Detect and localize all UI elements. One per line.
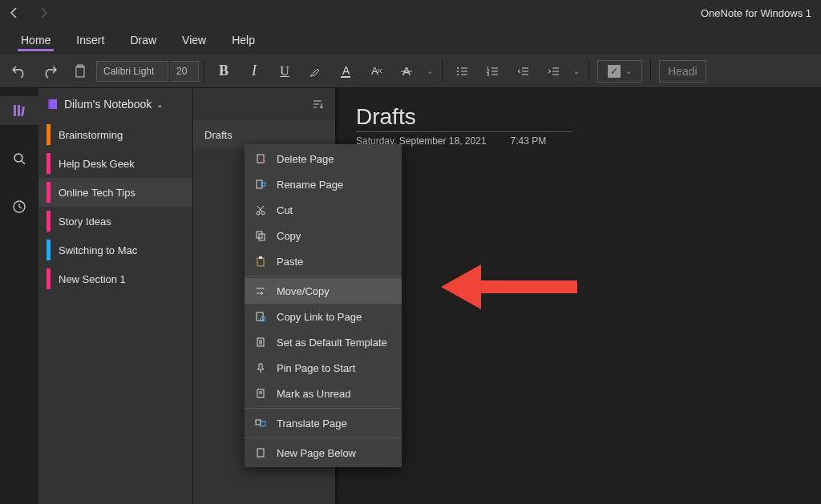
svg-point-9 — [457, 71, 459, 72]
number-list-button[interactable]: 123 — [478, 58, 507, 85]
search-icon[interactable] — [0, 144, 38, 173]
svg-text:A: A — [342, 64, 350, 77]
rename-icon — [254, 178, 267, 191]
page-title[interactable]: Drafts — [356, 104, 572, 132]
bullet-list-button[interactable] — [447, 58, 476, 85]
menu-insert[interactable]: Insert — [63, 29, 117, 51]
strike-button[interactable]: A — [392, 58, 421, 85]
context-menu-item[interactable]: Set as Default Template — [245, 329, 402, 355]
svg-rect-32 — [48, 99, 50, 109]
context-menu-item[interactable]: Copy — [245, 223, 402, 248]
clipboard-button[interactable] — [66, 58, 95, 85]
context-menu-item[interactable]: Translate Page — [245, 410, 402, 436]
bold-button[interactable]: B — [209, 58, 238, 85]
context-menu-label: Rename Page — [277, 179, 343, 191]
section-label: Online Tech Tips — [59, 187, 135, 199]
svg-rect-56 — [257, 449, 264, 457]
separator — [245, 276, 402, 276]
recent-icon[interactable] — [0, 192, 38, 221]
todo-tag-button[interactable]: ✓ ⌄ — [597, 60, 642, 83]
svg-line-29 — [22, 161, 25, 164]
svg-rect-0 — [76, 67, 84, 77]
notebook-icon — [47, 98, 59, 111]
context-menu-item[interactable]: Paste — [245, 248, 402, 274]
context-menu-item[interactable]: Move/Copy — [245, 278, 402, 304]
sections-panel: Dilum's Notebook ⌄ BrainstormingHelp Des… — [38, 88, 192, 504]
svg-rect-26 — [18, 105, 20, 116]
translate-icon — [254, 417, 267, 429]
font-more-dropdown[interactable]: ⌄ — [423, 67, 437, 75]
section-label: Help Desk Geek — [59, 158, 135, 170]
context-menu-item[interactable]: Cut — [245, 197, 402, 223]
redo-button[interactable] — [35, 58, 64, 85]
section-color — [47, 268, 51, 289]
context-menu-item[interactable]: Copy Link to Page — [245, 304, 402, 329]
paste-icon — [254, 255, 267, 268]
heading-style-button[interactable]: Headi — [659, 60, 706, 83]
italic-button[interactable]: I — [240, 58, 269, 85]
chevron-down-icon: ⌄ — [156, 100, 163, 109]
context-menu-label: Paste — [277, 256, 303, 268]
svg-rect-36 — [257, 155, 264, 163]
section-label: Story Ideas — [59, 216, 111, 228]
clear-format-button[interactable]: A — [362, 58, 390, 85]
context-menu-item[interactable]: Pin Page to Start — [245, 355, 402, 381]
context-menu-item[interactable]: New Page Below — [245, 440, 402, 466]
section-color — [47, 182, 51, 203]
separator — [245, 408, 402, 409]
context-menu-label: Translate Page — [277, 417, 347, 429]
copy-icon — [254, 229, 267, 242]
notebook-dropdown[interactable]: Dilum's Notebook ⌄ — [38, 88, 192, 120]
context-menu-item[interactable]: Delete Page — [245, 146, 402, 171]
underline-button[interactable]: U — [270, 58, 299, 85]
font-name-input[interactable]: Calibri Light — [96, 61, 168, 82]
section-item[interactable]: Switching to Mac — [38, 236, 192, 264]
section-item[interactable]: Help Desk Geek — [38, 149, 192, 178]
app-title: OneNote for Windows 1 — [50, 7, 813, 19]
section-item[interactable]: Story Ideas — [38, 207, 192, 236]
notebook-name: Dilum's Notebook — [64, 98, 152, 111]
cut-icon — [254, 204, 267, 216]
menu-draw[interactable]: Draw — [117, 29, 169, 51]
highlight-button[interactable] — [301, 58, 330, 85]
new-page-icon — [254, 446, 267, 459]
template-icon — [254, 336, 267, 349]
section-item[interactable]: Online Tech Tips — [38, 178, 192, 207]
svg-point-7 — [457, 67, 459, 69]
check-icon: ✓ — [608, 65, 621, 78]
svg-text:3: 3 — [487, 72, 490, 77]
svg-rect-43 — [257, 258, 264, 266]
context-menu-label: Set as Default Template — [277, 337, 387, 349]
indent-button[interactable] — [539, 58, 568, 85]
context-menu-item[interactable]: Rename Page — [245, 171, 402, 197]
forward-button[interactable] — [37, 6, 50, 19]
svg-rect-3 — [341, 76, 350, 78]
sort-pages-icon[interactable] — [311, 98, 324, 111]
font-color-button[interactable]: A — [331, 58, 360, 85]
menu-view[interactable]: View — [169, 29, 219, 51]
svg-rect-55 — [261, 421, 265, 426]
svg-point-28 — [14, 154, 22, 162]
titlebar: OneNote for Windows 1 — [0, 0, 821, 26]
notebooks-icon[interactable] — [0, 96, 38, 125]
svg-point-39 — [257, 212, 260, 215]
section-item[interactable]: Brainstorming — [38, 120, 192, 149]
context-menu-item[interactable]: Mark as Unread — [245, 381, 402, 406]
link-page-icon — [254, 310, 267, 323]
font-size-input[interactable]: 20 — [170, 61, 199, 82]
outdent-button[interactable] — [508, 58, 537, 85]
menu-home[interactable]: Home — [8, 29, 63, 51]
menu-help[interactable]: Help — [219, 29, 268, 51]
annotation-arrow — [441, 261, 585, 312]
section-color — [47, 153, 51, 174]
delete-icon — [254, 152, 267, 165]
context-menu-label: Cut — [277, 204, 293, 216]
section-color — [47, 240, 51, 260]
section-label: Switching to Mac — [59, 244, 137, 256]
navigation-rail — [0, 88, 38, 504]
back-button[interactable] — [8, 6, 21, 19]
para-more-dropdown[interactable]: ⌄ — [569, 67, 584, 75]
undo-button[interactable] — [5, 58, 34, 85]
section-item[interactable]: New Section 1 — [38, 264, 192, 293]
main-area: Dilum's Notebook ⌄ BrainstormingHelp Des… — [0, 88, 821, 504]
